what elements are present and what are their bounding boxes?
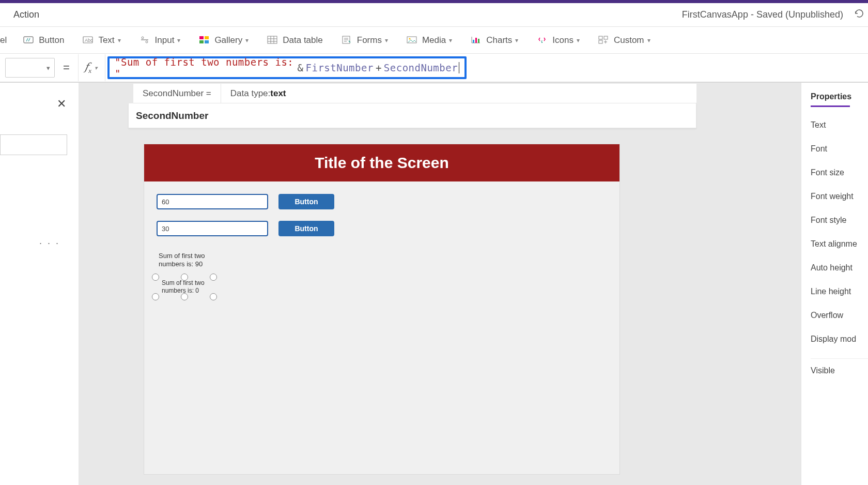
undo-icon[interactable]: [850, 8, 864, 21]
ribbon-media[interactable]: Media▾: [397, 27, 461, 53]
resize-handle[interactable]: [210, 293, 217, 300]
tab-action[interactable]: Action: [4, 9, 49, 20]
intellisense-info-row: SecondNumber = Data type: text: [133, 84, 696, 103]
svg-rect-6: [205, 36, 209, 39]
ribbon-custom[interactable]: Custom▾: [589, 27, 660, 53]
formula-bar: ▾ = 𝑓x▾ "Sum of first two numbers is: " …: [0, 54, 868, 83]
equals-label: =: [55, 61, 78, 74]
forms-icon: [342, 36, 353, 45]
text-input-2[interactable]: 30: [157, 221, 268, 236]
fx-button[interactable]: 𝑓x▾: [78, 54, 105, 81]
text-input-2-value: 30: [162, 225, 169, 233]
svg-rect-18: [599, 40, 602, 43]
ribbon-datatable[interactable]: Data table: [258, 27, 332, 53]
result-label-2-text: Sum of first two numbers is: 0: [162, 279, 208, 294]
icons-icon: [537, 36, 548, 45]
tree-view-panel: ✕ · · ·: [0, 83, 79, 485]
svg-rect-8: [205, 40, 209, 43]
ribbon-input[interactable]: Input▾: [130, 27, 190, 53]
button-icon: [23, 36, 35, 45]
resize-handle[interactable]: [152, 274, 159, 281]
prop-text[interactable]: Text: [801, 113, 868, 137]
text-cursor: [459, 62, 459, 73]
chevron-down-icon: ▾: [95, 65, 98, 71]
prop-text-alignment[interactable]: Text alignme: [801, 232, 868, 256]
prop-display-mode[interactable]: Display mod: [801, 327, 868, 351]
ribbon-text-label: Text: [98, 35, 114, 46]
prop-line-height[interactable]: Line height: [801, 280, 868, 304]
svg-point-3: [142, 37, 144, 39]
intellisense-datatype-value: text: [270, 88, 286, 99]
prop-font-weight[interactable]: Font weight: [801, 185, 868, 208]
ribbon-item-label-partial[interactable]: el: [0, 27, 14, 53]
prop-overflow[interactable]: Overflow: [801, 304, 868, 327]
selected-label-control[interactable]: Sum of first two numbers is: 0: [156, 277, 213, 297]
chevron-down-icon: ▾: [385, 37, 388, 44]
svg-rect-14: [475, 38, 477, 43]
resize-handle[interactable]: [152, 293, 159, 300]
formula-var-2: SecondNumber: [384, 62, 458, 73]
svg-point-12: [409, 38, 410, 39]
button-2[interactable]: Button: [278, 221, 334, 236]
prop-font-size[interactable]: Font size: [801, 161, 868, 185]
screen-title-bar: Title of the Screen: [144, 144, 619, 181]
prop-auto-height[interactable]: Auto height: [801, 256, 868, 280]
ribbon-icons-label: Icons: [552, 35, 574, 46]
ribbon-gallery[interactable]: Gallery▾: [190, 27, 258, 53]
ribbon-custom-label: Custom: [614, 35, 644, 46]
chevron-down-icon: ▾: [245, 37, 249, 44]
resize-handle[interactable]: [210, 274, 217, 281]
ribbon-button[interactable]: Button: [14, 27, 73, 53]
formula-input[interactable]: "Sum of first two numbers is: " & FirstN…: [107, 56, 467, 79]
chevron-down-icon: ▾: [118, 37, 121, 44]
svg-rect-17: [604, 36, 608, 39]
property-dropdown[interactable]: ▾: [5, 58, 55, 78]
resize-handle[interactable]: [181, 293, 188, 300]
app-title: FirstCanvasApp - Saved (Unpublished): [682, 9, 850, 20]
ribbon-button-label: Button: [39, 35, 64, 46]
svg-rect-5: [199, 36, 204, 39]
ribbon-datatable-label: Data table: [283, 35, 323, 46]
chevron-down-icon: ▾: [449, 37, 452, 44]
formula-string: "Sum of first two numbers is: ": [115, 56, 296, 79]
ribbon-charts[interactable]: Charts▾: [461, 27, 528, 53]
gallery-icon: [199, 36, 210, 45]
text-input-1-value: 60: [162, 198, 169, 206]
svg-rect-9: [268, 36, 277, 43]
properties-tab[interactable]: Properties: [801, 83, 868, 105]
intellisense-suggestion[interactable]: SecondNumber: [128, 103, 696, 128]
ribbon-forms-label: Forms: [357, 35, 382, 46]
properties-tab-underline: [811, 105, 850, 107]
formula-op-plus: +: [374, 62, 384, 73]
button-1[interactable]: Button: [278, 194, 334, 209]
text-input-1[interactable]: 60: [157, 194, 268, 209]
properties-panel: Properties Text Font Font size Font weig…: [801, 83, 868, 485]
prop-font[interactable]: Font: [801, 137, 868, 161]
text-icon: Abc: [83, 36, 94, 45]
prop-visible[interactable]: Visible: [801, 359, 868, 383]
result-label-1: Sum of first two numbers is: 90: [159, 252, 215, 268]
media-icon: [407, 36, 418, 45]
intellisense-suggestion-text: SecondNumber: [136, 110, 208, 122]
more-icon[interactable]: · · ·: [39, 238, 60, 249]
ribbon-input-label: Input: [155, 35, 175, 46]
ribbon-icons[interactable]: Icons▾: [528, 27, 589, 53]
canvas-wrapper: Title of the Screen 60 Button 30 Button …: [79, 83, 801, 485]
ribbon-forms[interactable]: Forms▾: [332, 27, 397, 53]
prop-font-style[interactable]: Font style: [801, 208, 868, 232]
ribbon-text[interactable]: Abc Text▾: [73, 27, 130, 53]
svg-rect-16: [599, 36, 602, 39]
data-table-icon: [267, 36, 278, 45]
chevron-down-icon: ▾: [577, 37, 580, 44]
ribbon-gallery-label: Gallery: [214, 35, 242, 46]
screen-title-text: Title of the Screen: [315, 154, 449, 172]
tab-row: Action FirstCanvasApp - Saved (Unpublish…: [0, 3, 868, 27]
ribbon-media-label: Media: [422, 35, 446, 46]
chevron-down-icon: ▾: [647, 37, 650, 44]
screen-canvas[interactable]: Title of the Screen 60 Button 30 Button …: [144, 144, 620, 475]
close-icon[interactable]: ✕: [57, 97, 66, 111]
tree-search-input[interactable]: [0, 134, 67, 155]
charts-icon: [471, 36, 482, 45]
chevron-down-icon: ▾: [515, 37, 518, 44]
button-2-label: Button: [295, 224, 318, 233]
